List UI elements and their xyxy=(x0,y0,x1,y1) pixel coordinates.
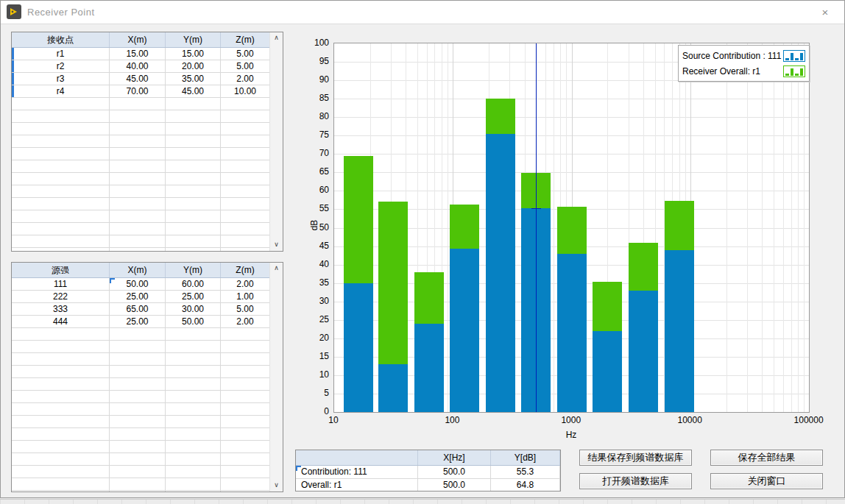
table-cell xyxy=(12,173,110,185)
table-cell[interactable]: 444 xyxy=(12,316,110,327)
table-row[interactable]: 44425.0050.002.00 xyxy=(12,316,270,328)
cursor-table-cell[interactable]: 500.0 xyxy=(418,466,491,478)
x-tick-label: 10000 xyxy=(678,415,702,425)
table-cell[interactable]: 25.00 xyxy=(110,291,166,302)
cursor-readout-table[interactable]: X[Hz]Y[dB]Contribution: 111500.055.3Over… xyxy=(295,450,561,491)
cursor-table-cell[interactable]: 55.3 xyxy=(491,466,560,478)
table-cell[interactable]: 25.00 xyxy=(110,316,166,327)
legend-bar-segment xyxy=(791,53,794,60)
scroll-down-icon[interactable]: ∨ xyxy=(270,239,283,251)
save-to-spectrum-db-button[interactable]: 结果保存到频谱数据库 xyxy=(579,450,692,466)
table-cell[interactable]: 35.00 xyxy=(166,73,221,85)
background-app-strip xyxy=(0,499,845,504)
column-header: X(m) xyxy=(110,263,166,277)
cursor-table-cell[interactable]: 500.0 xyxy=(418,479,491,491)
table-row[interactable]: 22225.0025.001.00 xyxy=(12,291,270,303)
scroll-up-icon[interactable]: ∧ xyxy=(270,32,283,44)
receiver-point-table[interactable]: 接收点X(m)Y(m)Z(m)r115.0015.005.00r240.0020… xyxy=(11,32,283,252)
table-row[interactable]: r470.0045.0010.00 xyxy=(12,85,270,98)
cursor-table-cell[interactable]: Overall: r1 xyxy=(296,479,418,491)
titlebar[interactable]: Receiver Point × xyxy=(1,1,844,24)
table-cell xyxy=(221,491,270,491)
table-cell[interactable]: 10.00 xyxy=(221,85,270,97)
y-tick-label: 20 xyxy=(301,332,329,344)
spectrum-chart-plot-area[interactable] xyxy=(333,43,810,413)
table-cell xyxy=(12,478,110,490)
table-cell[interactable]: 5.00 xyxy=(221,60,270,72)
table-empty-row xyxy=(12,235,270,248)
legend-bar-icon[interactable] xyxy=(783,65,805,77)
vertical-scrollbar[interactable]: ∧∨ xyxy=(269,263,283,491)
table-cell[interactable]: 5.00 xyxy=(221,48,270,60)
table-cell[interactable]: 65.00 xyxy=(110,303,166,315)
vertical-scrollbar[interactable]: ∧∨ xyxy=(269,32,283,251)
table-grid: 接收点X(m)Y(m)Z(m)r115.0015.005.00r240.0020… xyxy=(12,32,270,251)
table-cell xyxy=(166,210,221,222)
cursor-table-row[interactable]: Contribution: 111500.055.3 xyxy=(296,466,560,479)
table-cell[interactable]: 333 xyxy=(12,303,110,315)
open-spectrum-db-button[interactable]: 打开频谱数据库 xyxy=(579,473,692,489)
table-cell xyxy=(110,185,166,197)
table-cell[interactable]: r2 xyxy=(12,60,110,72)
table-cell xyxy=(12,160,110,172)
table-cell xyxy=(166,248,221,251)
table-cell[interactable]: 222 xyxy=(12,291,110,302)
close-window-button[interactable]: 关闭窗口 xyxy=(710,473,823,489)
chart-cursor-crosshair[interactable] xyxy=(531,208,541,209)
table-cell xyxy=(110,366,166,377)
table-cell[interactable]: 15.00 xyxy=(166,48,221,60)
close-icon[interactable]: × xyxy=(818,5,832,20)
table-cell[interactable]: 1.00 xyxy=(221,291,270,302)
legend-item[interactable]: Receiver Overall: r1 xyxy=(682,63,805,79)
save-all-results-button[interactable]: 保存全部结果 xyxy=(710,450,823,466)
table-cell[interactable]: r4 xyxy=(12,85,110,97)
table-cell xyxy=(12,453,110,465)
table-cell[interactable]: 40.00 xyxy=(110,60,166,72)
table-row[interactable]: 11150.0060.002.00 xyxy=(12,278,270,291)
table-cell xyxy=(110,328,166,340)
table-cell xyxy=(166,135,221,147)
table-cell[interactable]: 15.00 xyxy=(110,48,166,60)
table-cell xyxy=(166,428,221,440)
legend-bar-segment xyxy=(785,74,789,76)
table-cell[interactable]: 25.00 xyxy=(166,291,221,302)
table-cell xyxy=(12,135,110,147)
table-cell[interactable]: 20.00 xyxy=(166,60,221,72)
table-row[interactable]: r115.0015.005.00 xyxy=(12,48,270,60)
table-cell xyxy=(12,366,110,377)
table-cell[interactable]: 70.00 xyxy=(110,85,166,97)
source-strength-table[interactable]: 源强X(m)Y(m)Z(m)11150.0060.002.0022225.002… xyxy=(11,262,283,492)
cursor-table-row[interactable]: Overall: r1500.064.8 xyxy=(296,479,560,491)
table-row[interactable]: r240.0020.005.00 xyxy=(12,60,270,73)
table-cell[interactable]: r3 xyxy=(12,73,110,85)
table-empty-row xyxy=(12,353,270,366)
table-cell[interactable]: 60.00 xyxy=(166,278,221,290)
table-row[interactable]: 33365.0030.005.00 xyxy=(12,303,270,316)
table-empty-row xyxy=(12,416,270,428)
table-cell[interactable]: 5.00 xyxy=(221,303,270,315)
table-cell[interactable]: 111 xyxy=(12,278,110,290)
table-cell[interactable]: r1 xyxy=(12,48,110,60)
cursor-table-cell[interactable]: Contribution: 111 xyxy=(296,466,418,478)
v-gridline-minor xyxy=(554,43,554,412)
table-empty-row xyxy=(12,123,270,135)
legend-item[interactable]: Source Contribution : 111 xyxy=(682,48,805,63)
table-cell xyxy=(166,391,221,402)
table-cell[interactable]: 2.00 xyxy=(221,278,270,290)
table-cell[interactable]: 50.00 xyxy=(110,278,166,290)
scroll-up-icon[interactable]: ∧ xyxy=(270,263,283,274)
legend-bar-icon[interactable] xyxy=(783,50,805,62)
table-cell[interactable]: 2.00 xyxy=(221,316,270,327)
y-tick-label: 80 xyxy=(301,110,329,122)
cursor-table-cell[interactable]: 64.8 xyxy=(491,479,560,491)
scroll-down-icon[interactable]: ∨ xyxy=(270,480,283,491)
table-cell[interactable]: 45.00 xyxy=(110,73,166,85)
chart-legend[interactable]: Source Contribution : 111Receiver Overal… xyxy=(678,45,810,82)
table-cell[interactable]: 50.00 xyxy=(166,316,221,327)
table-cell[interactable]: 30.00 xyxy=(166,303,221,315)
table-cell[interactable]: 2.00 xyxy=(221,73,270,85)
table-cell xyxy=(221,210,270,222)
chart-cursor-line[interactable] xyxy=(536,43,537,412)
table-row[interactable]: r345.0035.002.00 xyxy=(12,73,270,85)
table-cell[interactable]: 45.00 xyxy=(166,85,221,97)
